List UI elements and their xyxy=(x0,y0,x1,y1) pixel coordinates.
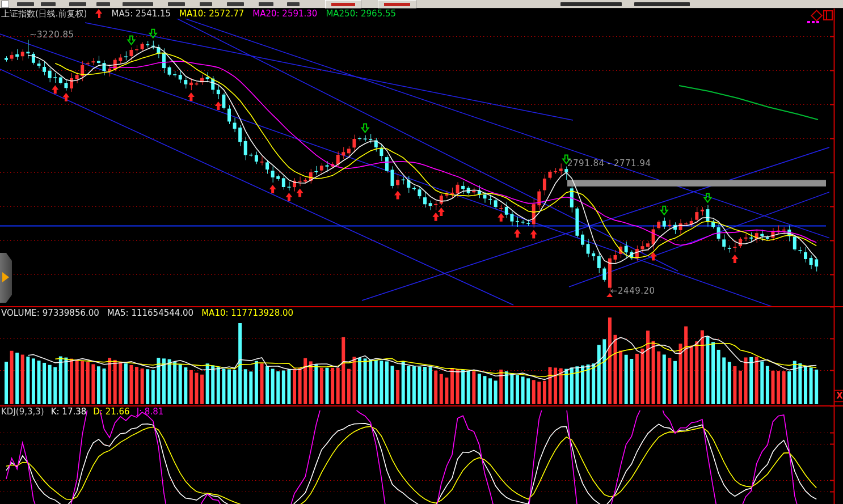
menu-item[interactable] xyxy=(168,2,185,6)
menu-item[interactable] xyxy=(287,2,300,6)
instrument-title: 上证指数(日线.前复权) xyxy=(1,9,87,19)
app-icon xyxy=(1,1,9,8)
kdj-k-readout: K: 17.38 xyxy=(51,406,87,417)
menu-button-red-1[interactable] xyxy=(325,0,361,9)
price-pane-header: 上证指数(日线.前复权) MA5: 2541.15 MA10: 2572.77 … xyxy=(1,9,396,19)
expand-arrow-icon xyxy=(2,272,9,282)
ma20-readout: MA20: 2591.30 xyxy=(252,9,317,19)
high-price-label: ~3220.85 xyxy=(29,29,74,40)
ma250-readout: MA250: 2965.55 xyxy=(326,9,396,19)
menu-item[interactable] xyxy=(96,2,110,6)
volume-ma5-readout: MA5: 111654544.00 xyxy=(107,308,193,318)
volume-ma10-readout: MA10: 117713928.00 xyxy=(201,308,293,318)
drawing-dots-icon xyxy=(807,21,819,23)
menu-item[interactable] xyxy=(69,2,86,6)
kdj-pane-header: KDJ(9,3,3) K: 17.38 D: 21.66 J: 8.81 xyxy=(1,406,163,416)
sidebar-slide-handle[interactable] xyxy=(0,253,12,303)
kdj-j-readout: J: 8.81 xyxy=(137,406,164,417)
gap-range-label: 2791.84 - 2771.94 xyxy=(567,158,651,168)
split-window-icon[interactable] xyxy=(823,10,833,20)
close-pane-button[interactable]: X xyxy=(836,391,843,401)
kdj-name: KDJ(9,3,3) xyxy=(1,406,44,417)
menu-text-right xyxy=(560,2,622,6)
menu-item[interactable] xyxy=(41,2,56,6)
menu-item[interactable] xyxy=(227,2,244,6)
ma10-readout: MA10: 2572.77 xyxy=(179,9,244,19)
chart-canvas[interactable] xyxy=(0,0,843,504)
menu-item[interactable] xyxy=(17,2,34,6)
menu-item[interactable] xyxy=(259,2,273,6)
up-arrow-icon xyxy=(95,9,103,18)
menu-item[interactable] xyxy=(200,2,212,6)
ma5-readout: MA5: 2541.15 xyxy=(111,9,171,19)
menu-text-right xyxy=(634,2,690,6)
kdj-d-readout: D: 21.66 xyxy=(93,406,129,417)
volume-readout: VOLUME: 97339856.00 xyxy=(1,308,99,318)
low-price-label: ←2449.20 xyxy=(610,286,655,296)
trading-app-window: { "header": { "title": "上证指数(日线.前复权)", "… xyxy=(0,0,843,504)
menu-item[interactable] xyxy=(123,2,153,6)
menu-bar[interactable] xyxy=(0,0,843,9)
menu-button-red-2[interactable] xyxy=(378,0,416,9)
volume-pane-header: VOLUME: 97339856.00 MA5: 111654544.00 MA… xyxy=(1,308,293,317)
